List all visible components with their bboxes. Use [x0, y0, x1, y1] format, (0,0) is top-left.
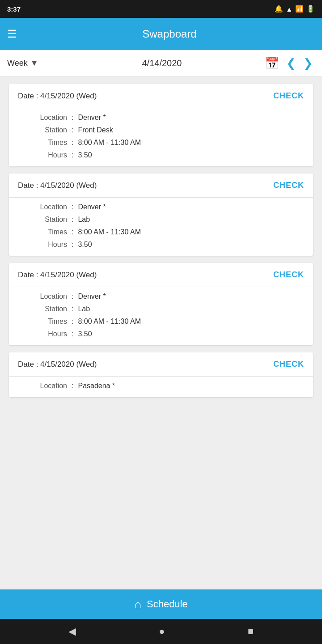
battery-icon: 🔋: [306, 5, 315, 13]
check-button[interactable]: CHECK: [273, 360, 304, 369]
signal-icon: 📶: [295, 5, 304, 13]
location-label: Location: [27, 114, 67, 122]
chevron-down-icon[interactable]: ▼: [30, 59, 38, 68]
times-label: Times: [27, 318, 67, 326]
station-label: Station: [27, 305, 67, 313]
shift-header: Date : 4/15/2020 (Wed) CHECK: [9, 352, 313, 377]
separator: :: [72, 318, 73, 326]
arrow-left-icon[interactable]: ❮: [284, 55, 298, 72]
station-label: Station: [27, 126, 67, 134]
week-selector[interactable]: Week ▼: [7, 59, 61, 68]
shift-header: Date : 4/15/2020 (Wed) CHECK: [9, 263, 313, 287]
date-display: 4/14/2020: [61, 58, 263, 68]
times-label: Times: [27, 139, 67, 147]
times-label: Times: [27, 228, 67, 236]
status-icons: 🔔 ▲ 📶 🔋: [275, 5, 315, 13]
wifi-icon: ▲: [286, 5, 292, 13]
navigation-bar: Week ▼ 4/14/2020 📅 ❮ ❯: [0, 50, 322, 77]
station-row: Station : Lab: [27, 216, 304, 224]
shift-date: Date : 4/15/2020 (Wed): [18, 92, 97, 101]
times-value: 8:00 AM - 11:30 AM: [78, 318, 141, 326]
times-value: 8:00 AM - 11:30 AM: [78, 228, 141, 236]
arrow-right-icon[interactable]: ❯: [301, 55, 315, 72]
hours-label: Hours: [27, 241, 67, 249]
station-row: Station : Lab: [27, 305, 304, 313]
station-row: Station : Front Desk: [27, 126, 304, 134]
hours-row: Hours : 3.50: [27, 241, 304, 249]
week-label: Week: [7, 59, 28, 68]
separator: :: [72, 292, 73, 301]
shift-date: Date : 4/15/2020 (Wed): [18, 360, 97, 369]
hours-value: 3.50: [78, 330, 92, 338]
station-value: Front Desk: [78, 126, 113, 134]
nav-icons: 📅 ❮ ❯: [263, 55, 315, 72]
hours-label: Hours: [27, 151, 67, 159]
check-button[interactable]: CHECK: [273, 270, 304, 280]
content-area: Date : 4/15/2020 (Wed) CHECK Location : …: [0, 77, 322, 589]
times-row: Times : 8:00 AM - 11:30 AM: [27, 139, 304, 147]
location-label: Location: [27, 292, 67, 301]
shift-card: Date : 4/15/2020 (Wed) CHECK Location : …: [9, 174, 313, 256]
separator: :: [72, 203, 73, 211]
shift-date: Date : 4/15/2020 (Wed): [18, 181, 97, 190]
shift-details: Location : Denver * Station : Lab Times …: [9, 287, 313, 345]
home-icon: ⌂: [134, 597, 141, 611]
android-nav: ◀ ● ■: [0, 619, 322, 644]
shift-card: Date : 4/15/2020 (Wed) CHECK Location : …: [9, 352, 313, 397]
recents-button[interactable]: ■: [248, 626, 254, 637]
station-value: Lab: [78, 305, 90, 313]
separator: :: [72, 228, 73, 236]
station-label: Station: [27, 216, 67, 224]
shift-card: Date : 4/15/2020 (Wed) CHECK Location : …: [9, 84, 313, 166]
location-row: Location : Denver *: [27, 203, 304, 211]
location-value: Denver *: [78, 203, 106, 211]
location-value: Pasadena *: [78, 382, 115, 390]
separator: :: [72, 114, 73, 122]
separator: :: [72, 216, 73, 224]
shift-card: Date : 4/15/2020 (Wed) CHECK Location : …: [9, 263, 313, 345]
times-row: Times : 8:00 AM - 11:30 AM: [27, 318, 304, 326]
check-button[interactable]: CHECK: [273, 181, 304, 190]
separator: :: [72, 151, 73, 159]
status-bar: 3:37 🔔 ▲ 📶 🔋: [0, 0, 322, 18]
schedule-label: Schedule: [147, 598, 188, 610]
location-value: Denver *: [78, 292, 106, 301]
separator: :: [72, 139, 73, 147]
times-value: 8:00 AM - 11:30 AM: [78, 139, 141, 147]
location-value: Denver *: [78, 114, 106, 122]
separator: :: [72, 305, 73, 313]
home-button[interactable]: ●: [159, 626, 165, 637]
status-time: 3:37: [7, 5, 21, 13]
hours-row: Hours : 3.50: [27, 330, 304, 338]
app-title: Swapboard: [24, 28, 315, 40]
shift-header: Date : 4/15/2020 (Wed) CHECK: [9, 84, 313, 108]
shift-date: Date : 4/15/2020 (Wed): [18, 271, 97, 280]
hours-label: Hours: [27, 330, 67, 338]
app-bar: ☰ Swapboard: [0, 18, 322, 50]
times-row: Times : 8:00 AM - 11:30 AM: [27, 228, 304, 236]
location-label: Location: [27, 382, 67, 390]
shift-details: Location : Denver * Station : Front Desk…: [9, 108, 313, 166]
location-row: Location : Pasadena *: [27, 382, 304, 390]
shift-header: Date : 4/15/2020 (Wed) CHECK: [9, 174, 313, 198]
location-label: Location: [27, 203, 67, 211]
shift-details: Location : Pasadena *: [9, 377, 313, 397]
check-button[interactable]: CHECK: [273, 91, 304, 101]
separator: :: [72, 382, 73, 390]
notification-icon: 🔔: [275, 5, 283, 13]
back-button[interactable]: ◀: [68, 626, 76, 637]
hours-value: 3.50: [78, 151, 92, 159]
separator: :: [72, 126, 73, 134]
hours-value: 3.50: [78, 241, 92, 249]
location-row: Location : Denver *: [27, 292, 304, 301]
shift-details: Location : Denver * Station : Lab Times …: [9, 198, 313, 256]
menu-icon[interactable]: ☰: [7, 28, 17, 40]
station-value: Lab: [78, 216, 90, 224]
location-row: Location : Denver *: [27, 114, 304, 122]
calendar-icon[interactable]: 📅: [263, 55, 281, 72]
hours-row: Hours : 3.50: [27, 151, 304, 159]
separator: :: [72, 241, 73, 249]
bottom-nav[interactable]: ⌂ Schedule: [0, 589, 322, 619]
separator: :: [72, 330, 73, 338]
